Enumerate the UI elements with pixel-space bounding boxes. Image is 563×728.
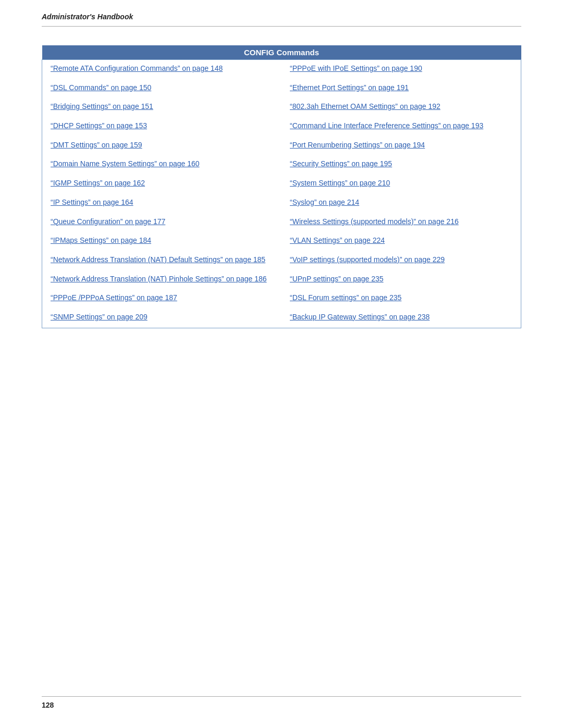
config-link-right-2[interactable]: “802.3ah Ethernet OAM Settings” on page … xyxy=(290,102,440,110)
list-item: “Security Settings” on page 195 xyxy=(290,158,512,170)
list-item: “Port Renumbering Settings” on page 194 xyxy=(290,139,512,151)
config-link-right-11[interactable]: “UPnP settings” on page 235 xyxy=(290,275,384,283)
list-item: “UPnP settings” on page 235 xyxy=(290,273,512,285)
config-link-left-13[interactable]: “SNMP Settings” on page 209 xyxy=(51,313,148,321)
list-item: “Remote ATA Configuration Commands” on p… xyxy=(51,63,273,75)
list-item: “Wireless Settings (supported models)” o… xyxy=(290,216,512,228)
list-item: “Syslog” on page 214 xyxy=(290,196,512,208)
config-link-left-4[interactable]: “DMT Settings” on page 159 xyxy=(51,141,142,149)
list-item: “Ethernet Port Settings” on page 191 xyxy=(290,82,512,94)
list-item: “IP Settings” on page 164 xyxy=(51,196,273,208)
config-link-right-8[interactable]: “Wireless Settings (supported models)” o… xyxy=(290,217,459,226)
config-link-left-1[interactable]: “DSL Commands” on page 150 xyxy=(51,83,151,92)
config-link-left-6[interactable]: “IGMP Settings” on page 162 xyxy=(51,179,145,187)
list-item: “DHCP Settings” on page 153 xyxy=(51,120,273,132)
config-link-left-12[interactable]: “PPPoE /PPPoA Settings” on page 187 xyxy=(51,293,177,302)
footer-divider xyxy=(42,696,521,697)
page-content: CONFIG Commands “Remote ATA Configuratio… xyxy=(0,27,563,349)
config-link-right-12[interactable]: “DSL Forum settings” on page 235 xyxy=(290,293,401,302)
config-link-left-11[interactable]: “Network Address Translation (NAT) Pinho… xyxy=(51,275,267,283)
list-item: “IGMP Settings” on page 162 xyxy=(51,177,273,189)
config-link-right-6[interactable]: “System Settings” on page 210 xyxy=(290,179,390,187)
table-heading: CONFIG Commands xyxy=(42,45,521,60)
config-link-right-7[interactable]: “Syslog” on page 214 xyxy=(290,198,359,206)
config-link-left-5[interactable]: “Domain Name System Settings” on page 16… xyxy=(51,159,200,168)
header-title: Administrator's Handbook xyxy=(42,13,521,21)
list-item: “SNMP Settings” on page 209 xyxy=(51,311,273,323)
config-link-left-7[interactable]: “IP Settings” on page 164 xyxy=(51,198,133,206)
list-item: “Network Address Translation (NAT) Pinho… xyxy=(51,273,273,285)
list-item: “DSL Forum settings” on page 235 xyxy=(290,292,512,304)
list-item: “Network Address Translation (NAT) Defau… xyxy=(51,254,273,266)
config-link-right-1[interactable]: “Ethernet Port Settings” on page 191 xyxy=(290,83,409,92)
list-item: “PPPoE /PPPoA Settings” on page 187 xyxy=(51,292,273,304)
config-link-right-3[interactable]: “Command Line Interface Preference Setti… xyxy=(290,121,483,130)
list-item: “Domain Name System Settings” on page 16… xyxy=(51,158,273,170)
list-item: “Bridging Settings” on page 151 xyxy=(51,101,273,113)
config-link-right-9[interactable]: “VLAN Settings” on page 224 xyxy=(290,236,385,244)
page-header: Administrator's Handbook xyxy=(0,0,563,26)
config-link-left-10[interactable]: “Network Address Translation (NAT) Defau… xyxy=(51,255,265,264)
config-link-right-5[interactable]: “Security Settings” on page 195 xyxy=(290,159,392,168)
config-link-right-10[interactable]: “VoIP settings (supported models)” on pa… xyxy=(290,255,445,264)
list-item: “802.3ah Ethernet OAM Settings” on page … xyxy=(290,101,512,113)
config-link-right-4[interactable]: “Port Renumbering Settings” on page 194 xyxy=(290,141,425,149)
config-link-left-9[interactable]: “IPMaps Settings” on page 184 xyxy=(51,236,151,244)
config-link-left-0[interactable]: “Remote ATA Configuration Commands” on p… xyxy=(51,64,223,72)
list-item: “DSL Commands” on page 150 xyxy=(51,82,273,94)
list-item: “IPMaps Settings” on page 184 xyxy=(51,235,273,246)
list-item: “System Settings” on page 210 xyxy=(290,177,512,189)
list-item: “VoIP settings (supported models)” on pa… xyxy=(290,254,512,266)
config-link-left-3[interactable]: “DHCP Settings” on page 153 xyxy=(51,121,147,130)
list-item: “Queue Configuration” on page 177 xyxy=(51,216,273,228)
config-commands-table: CONFIG Commands “Remote ATA Configuratio… xyxy=(42,45,521,328)
list-item: “PPPoE with IPoE Settings” on page 190 xyxy=(290,63,512,75)
page-footer: 128 xyxy=(42,696,521,709)
list-item: “Backup IP Gateway Settings” on page 238 xyxy=(290,311,512,323)
list-item: “DMT Settings” on page 159 xyxy=(51,139,273,151)
config-link-right-13[interactable]: “Backup IP Gateway Settings” on page 238 xyxy=(290,313,430,321)
list-item: “VLAN Settings” on page 224 xyxy=(290,235,512,246)
config-link-right-0[interactable]: “PPPoE with IPoE Settings” on page 190 xyxy=(290,64,422,72)
config-link-left-2[interactable]: “Bridging Settings” on page 151 xyxy=(51,102,153,110)
list-item: “Command Line Interface Preference Setti… xyxy=(290,120,512,132)
config-link-left-8[interactable]: “Queue Configuration” on page 177 xyxy=(51,217,165,226)
page-number: 128 xyxy=(42,701,54,709)
